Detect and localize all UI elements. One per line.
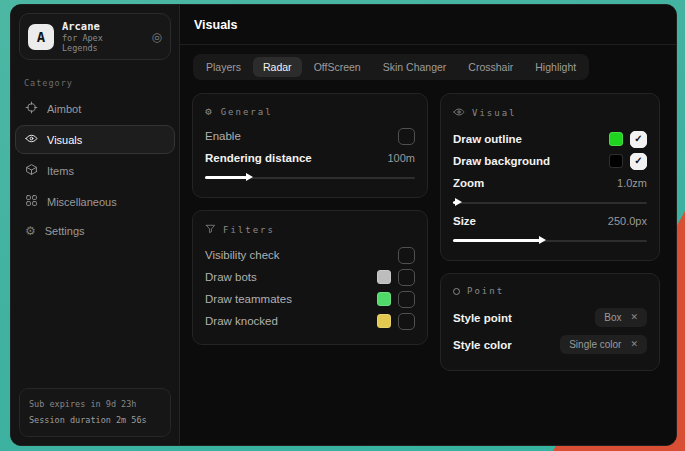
sidebar-item-label: Visuals	[47, 134, 82, 146]
sidebar-item-visuals[interactable]: Visuals	[15, 125, 175, 154]
gear-icon: ⚙	[25, 225, 36, 237]
eye-icon	[453, 106, 465, 120]
visibility-check-checkbox[interactable]: ✓	[398, 247, 415, 264]
tab-bar: Players Radar OffScreen Skin Changer Cro…	[193, 54, 589, 80]
general-card-title: ⚙ General	[205, 106, 415, 117]
zoom-value: 1.0zm	[617, 177, 647, 189]
section-title: Filters	[223, 225, 275, 235]
style-color-label: Style color	[453, 339, 512, 351]
style-point-value: Box	[604, 312, 621, 323]
filters-card-title: Filters	[205, 223, 415, 236]
zoom-label: Zoom	[453, 177, 484, 189]
rendering-distance-label: Rendering distance	[205, 152, 312, 164]
sidebar-item-miscellaneous[interactable]: Miscellaneous	[15, 187, 175, 216]
cube-icon	[25, 163, 38, 178]
size-slider[interactable]	[453, 235, 647, 246]
draw-background-color-swatch[interactable]	[609, 154, 623, 168]
sidebar-item-label: Settings	[45, 225, 85, 237]
funnel-icon	[205, 223, 216, 236]
sidebar-item-items[interactable]: Items	[15, 156, 175, 185]
size-value: 250.0px	[608, 215, 647, 227]
enable-label: Enable	[205, 130, 241, 142]
slider-thumb[interactable]	[455, 198, 462, 206]
style-color-value: Single color	[569, 339, 621, 350]
draw-knocked-color-swatch[interactable]	[377, 314, 391, 328]
draw-knocked-checkbox[interactable]: ✓	[398, 313, 415, 330]
app-subtitle: for Apex Legends	[62, 33, 144, 53]
slider-thumb[interactable]	[246, 173, 253, 181]
draw-bots-color-swatch[interactable]	[377, 270, 391, 284]
draw-background-label: Draw background	[453, 155, 550, 167]
tab-skin-changer[interactable]: Skin Changer	[373, 57, 457, 77]
draw-teammates-label: Draw teammates	[205, 293, 292, 305]
category-label: Category	[24, 78, 179, 88]
visibility-check-label: Visibility check	[205, 249, 280, 261]
check-icon: ✓	[634, 134, 642, 144]
tab-radar[interactable]: Radar	[253, 57, 302, 77]
page-title: Visuals	[180, 5, 676, 45]
point-icon	[453, 288, 460, 295]
sidebar-item-settings[interactable]: ⚙ Settings	[15, 218, 175, 244]
slider-fill	[453, 201, 456, 204]
draw-bots-checkbox[interactable]: ✓	[398, 269, 415, 286]
filters-card: Filters Visibility check ✓ Draw bots ✓	[192, 210, 428, 345]
crosshair-icon	[25, 101, 38, 116]
style-point-select[interactable]: Box ✕	[595, 308, 647, 327]
gear-icon: ⚙	[205, 106, 214, 117]
close-icon[interactable]: ✕	[630, 340, 638, 349]
point-card-title: Point	[453, 286, 647, 296]
slider-thumb[interactable]	[539, 236, 546, 244]
enable-checkbox[interactable]: ✓	[398, 128, 415, 145]
tab-offscreen[interactable]: OffScreen	[304, 57, 371, 77]
app-header-card: A Arcane for Apex Legends ◎	[19, 13, 171, 60]
draw-outline-color-swatch[interactable]	[609, 132, 623, 146]
draw-background-checkbox[interactable]: ✓	[630, 153, 647, 170]
point-card: Point Style point Box ✕ Style color Sing…	[440, 273, 660, 371]
slider-fill	[205, 176, 247, 179]
draw-teammates-checkbox[interactable]: ✓	[398, 291, 415, 308]
size-label: Size	[453, 215, 476, 227]
sidebar-item-label: Miscellaneous	[47, 196, 117, 208]
draw-teammates-color-swatch[interactable]	[377, 292, 391, 306]
subscription-info-card: Sub expires in 9d 23h Session duration 2…	[19, 388, 171, 437]
style-color-select[interactable]: Single color ✕	[560, 335, 647, 354]
sidebar: A Arcane for Apex Legends ◎ Category Aim…	[11, 5, 180, 445]
tab-crosshair[interactable]: Crosshair	[458, 57, 523, 77]
app-window: A Arcane for Apex Legends ◎ Category Aim…	[10, 4, 677, 446]
app-name: Arcane	[62, 20, 144, 32]
style-point-label: Style point	[453, 312, 512, 324]
sub-expires-text: Sub expires in 9d 23h	[29, 397, 161, 412]
draw-bots-label: Draw bots	[205, 271, 257, 283]
session-duration-text: Session duration 2m 56s	[29, 413, 161, 428]
rendering-distance-value: 100m	[387, 152, 415, 164]
sidebar-item-label: Items	[47, 165, 74, 177]
tab-highlight[interactable]: Highlight	[525, 57, 586, 77]
check-icon: ✓	[634, 156, 642, 166]
slider-track	[453, 202, 647, 204]
draw-knocked-label: Draw knocked	[205, 315, 278, 327]
draw-outline-label: Draw outline	[453, 133, 522, 145]
visual-card-title: Visual	[453, 106, 647, 120]
scan-icon[interactable]: ◎	[152, 31, 162, 43]
eye-scan-icon	[25, 132, 38, 147]
app-logo: A	[28, 24, 54, 50]
general-card: ⚙ General Enable ✓ Rendering distance 10…	[192, 93, 428, 198]
tab-players[interactable]: Players	[196, 57, 251, 77]
draw-outline-checkbox[interactable]: ✓	[630, 131, 647, 148]
section-title: General	[221, 107, 273, 117]
visual-card: Visual Draw outline ✓ Draw background	[440, 93, 660, 261]
grid-icon	[25, 194, 38, 209]
section-title: Point	[467, 286, 504, 296]
sidebar-item-aimbot[interactable]: Aimbot	[15, 94, 175, 123]
main-panel: Visuals Players Radar OffScreen Skin Cha…	[180, 5, 676, 445]
slider-fill	[453, 239, 540, 242]
sidebar-item-label: Aimbot	[47, 103, 81, 115]
zoom-slider[interactable]	[453, 197, 647, 208]
close-icon[interactable]: ✕	[630, 313, 638, 322]
section-title: Visual	[472, 108, 517, 118]
rendering-distance-slider[interactable]	[205, 172, 415, 183]
